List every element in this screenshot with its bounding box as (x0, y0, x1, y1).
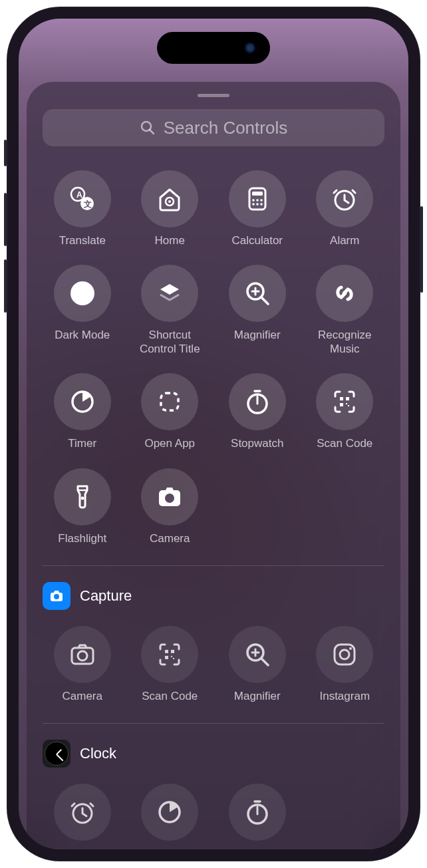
openapp-icon (141, 373, 198, 430)
section-title: Capture (80, 587, 132, 605)
control-label: Alarm (68, 847, 97, 849)
search-controls-field[interactable]: Search Controls (43, 109, 384, 146)
control-camera[interactable]: Camera (130, 468, 210, 545)
section-divider (43, 723, 384, 724)
control-label: Dark Mode (55, 329, 110, 342)
control-magnifier2[interactable]: Magnifier (217, 626, 297, 703)
controls-gallery-sheet: Search Controls TranslateHomeCalculatorA… (27, 82, 400, 849)
control-translate[interactable]: Translate (43, 170, 122, 247)
section-grid-clock: AlarmTimerStopwatch (43, 784, 384, 849)
stopwatch-icon (229, 373, 286, 430)
side-button-power (420, 206, 423, 293)
control-camera2[interactable]: Camera (43, 626, 122, 703)
stopwatch-icon (229, 784, 286, 841)
camera-icon (54, 626, 111, 683)
control-label: Camera (150, 532, 190, 545)
translate-icon (54, 170, 111, 227)
control-timer2[interactable]: Timer (130, 784, 210, 849)
shortcut-icon (141, 265, 198, 322)
control-stopwatch2[interactable]: Stopwatch (217, 784, 297, 849)
control-label: Instagram (319, 690, 370, 703)
control-alarm2[interactable]: Alarm (43, 784, 122, 849)
control-label: Timer (68, 437, 96, 450)
control-label: Camera (63, 690, 102, 703)
instagram-icon (316, 626, 373, 683)
control-label: Magnifier (234, 329, 281, 342)
side-button-silent (4, 140, 7, 166)
control-label: Translate (59, 234, 106, 247)
timer-icon (141, 784, 198, 841)
darkmode-icon (54, 265, 111, 322)
control-home[interactable]: Home (130, 170, 210, 247)
phone-frame: Search Controls TranslateHomeCalculatorA… (7, 7, 420, 861)
control-dark-mode[interactable]: Dark Mode (43, 265, 122, 356)
control-instagram[interactable]: Instagram (305, 626, 385, 703)
control-open-app[interactable]: Open App (130, 373, 210, 450)
sheet-grabber[interactable] (198, 94, 229, 97)
control-timer[interactable]: Timer (43, 373, 122, 450)
section-header-capture: Capture (43, 582, 384, 610)
section-grid-capture: CameraScan CodeMagnifierInstagram (43, 626, 384, 703)
magnifier-icon (229, 626, 286, 683)
control-label: Scan Code (317, 437, 372, 450)
dynamic-island (157, 32, 270, 64)
control-label: Scan Code (142, 690, 198, 703)
control-calculator[interactable]: Calculator (217, 170, 297, 247)
timer-icon (54, 373, 111, 430)
control-label: Shortcut Control Title (140, 329, 200, 356)
magnifier-icon (229, 265, 286, 322)
search-placeholder: Search Controls (164, 118, 287, 138)
flashlight-icon (54, 468, 111, 525)
control-label: Open App (144, 437, 195, 450)
screen: Search Controls TranslateHomeCalculatorA… (19, 19, 408, 849)
control-scan-code[interactable]: Scan Code (305, 373, 385, 450)
control-shortcut[interactable]: Shortcut Control Title (130, 265, 210, 356)
search-icon (140, 120, 156, 136)
alarm-icon (54, 784, 111, 841)
scancode-icon (141, 626, 198, 683)
side-button-volume-down (4, 259, 7, 313)
control-label: Magnifier (234, 690, 281, 703)
clock-section-icon (43, 740, 71, 768)
calculator-icon (229, 170, 286, 227)
control-label: Recognize Music (318, 329, 371, 356)
section-title: Clock (80, 745, 116, 762)
control-magnifier[interactable]: Magnifier (217, 265, 297, 356)
control-label: Alarm (330, 234, 359, 247)
control-label: Stopwatch (231, 847, 283, 849)
shazam-icon (316, 265, 373, 322)
alarm-icon (316, 170, 373, 227)
scancode-icon (316, 373, 373, 430)
control-stopwatch[interactable]: Stopwatch (217, 373, 297, 450)
control-alarm[interactable]: Alarm (305, 170, 385, 247)
camera-icon (141, 468, 198, 525)
control-label: Calculator (231, 234, 283, 247)
control-label: Home (155, 234, 185, 247)
control-label: Timer (156, 847, 184, 849)
home-icon (141, 170, 198, 227)
control-scan-code2[interactable]: Scan Code (130, 626, 210, 703)
side-button-volume-up (4, 193, 7, 246)
section-divider (43, 565, 384, 566)
control-label: Flashlight (58, 532, 106, 545)
control-flashlight[interactable]: Flashlight (43, 468, 122, 545)
control-recognize-music[interactable]: Recognize Music (305, 265, 385, 356)
main-controls-grid: TranslateHomeCalculatorAlarmDark ModeSho… (43, 170, 384, 545)
control-label: Stopwatch (231, 437, 283, 450)
section-header-clock: Clock (43, 740, 384, 768)
capture-section-icon (43, 582, 71, 610)
